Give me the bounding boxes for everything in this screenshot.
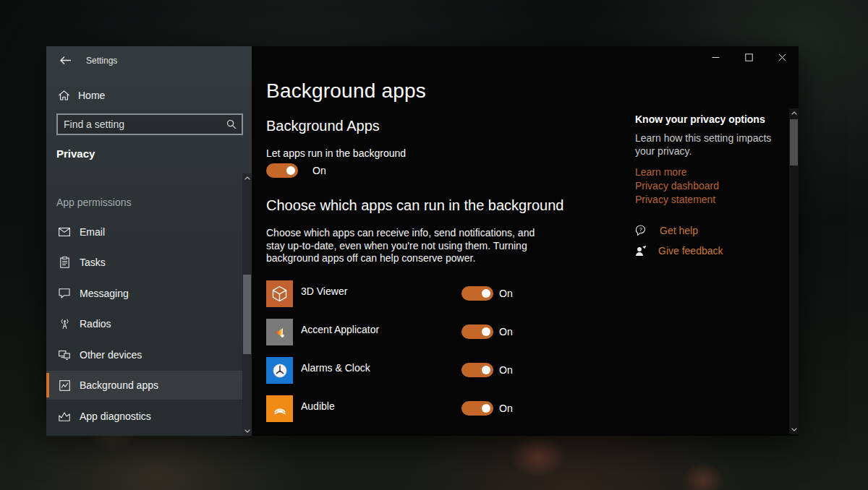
window-caption-buttons xyxy=(699,46,799,68)
3d-viewer-app-icon xyxy=(266,280,293,307)
master-toggle-label: Let apps run in the background xyxy=(266,147,406,159)
sidebar-item-home[interactable]: Home xyxy=(46,82,242,109)
give-feedback-row[interactable]: Give feedback xyxy=(635,245,723,257)
master-toggle[interactable] xyxy=(266,163,298,178)
privacy-options-heading: Know your privacy options xyxy=(635,113,784,125)
sidebar-item-label: Other devices xyxy=(80,349,142,361)
sidebar-item-radios[interactable]: Radios xyxy=(46,309,242,338)
app-toggle[interactable] xyxy=(461,324,493,339)
app-row: Alarms & Clock On xyxy=(266,357,541,386)
learn-more-link[interactable]: Learn more xyxy=(635,166,784,178)
background-apps-heading: Background Apps xyxy=(266,118,380,134)
sidebar-item-app-diagnostics[interactable]: App diagnostics xyxy=(46,402,242,431)
page-title: Background apps xyxy=(266,79,426,103)
app-name: Accent Applicator xyxy=(301,324,379,335)
sidebar-item-label: App diagnostics xyxy=(80,411,151,422)
master-toggle-row: On xyxy=(266,163,326,178)
sidebar-item-label: Background apps xyxy=(80,379,158,391)
scroll-up-icon[interactable] xyxy=(789,108,799,118)
app-toggle-state: On xyxy=(499,326,513,338)
get-help-icon: ? xyxy=(635,225,648,236)
radios-icon xyxy=(58,318,71,330)
close-button[interactable] xyxy=(765,46,799,68)
alarms-clock-app-icon xyxy=(266,357,293,384)
give-feedback-link[interactable]: Give feedback xyxy=(658,245,723,257)
app-name: 3D Viewer xyxy=(301,285,347,297)
svg-text:?: ? xyxy=(639,226,642,233)
sidebar: Settings Home Privacy App permissions xyxy=(46,46,252,436)
scroll-down-icon[interactable] xyxy=(789,425,799,434)
main-content: Background apps Background Apps Let apps… xyxy=(252,46,799,436)
toggle-knob xyxy=(482,327,490,336)
privacy-options-panel: Know your privacy options Learn how this… xyxy=(635,113,784,205)
maximize-icon xyxy=(745,53,753,61)
sidebar-item-label: Messaging xyxy=(80,288,129,299)
settings-window: Settings Home Privacy App permissions xyxy=(46,46,799,436)
window-title: Settings xyxy=(86,56,117,66)
sidebar-item-label: Radios xyxy=(80,318,111,330)
sidebar-item-background-apps[interactable]: Background apps xyxy=(46,371,242,400)
minimize-button[interactable] xyxy=(699,46,732,68)
privacy-dashboard-link[interactable]: Privacy dashboard xyxy=(635,180,784,192)
app-toggle[interactable] xyxy=(461,401,493,416)
scroll-up-icon[interactable] xyxy=(242,173,252,183)
app-toggle[interactable] xyxy=(461,363,493,377)
sidebar-item-label: Tasks xyxy=(80,257,106,268)
main-scrollbar-thumb[interactable] xyxy=(790,119,798,166)
maximize-button[interactable] xyxy=(732,46,765,68)
sidebar-item-email[interactable]: Email xyxy=(46,218,242,246)
email-icon xyxy=(58,228,71,236)
app-row: Audible On xyxy=(266,395,541,424)
home-icon xyxy=(58,90,70,101)
background-apps-icon xyxy=(58,380,71,391)
sidebar-group-label: App permissions xyxy=(56,197,132,208)
choose-apps-description: Choose which apps can receive info, send… xyxy=(266,227,554,265)
app-row: Accent Applicator On xyxy=(266,319,541,348)
get-help-row[interactable]: ? Get help xyxy=(635,225,698,236)
sidebar-section-title: Privacy xyxy=(56,147,95,160)
app-toggle-state: On xyxy=(499,364,513,376)
give-feedback-icon xyxy=(635,245,647,257)
audible-app-icon xyxy=(266,395,293,422)
sidebar-scrollbar-thumb[interactable] xyxy=(243,275,251,354)
app-toggle-state: On xyxy=(499,288,513,299)
accent-applicator-app-icon xyxy=(266,319,293,345)
app-toggle[interactable] xyxy=(461,286,493,301)
main-scrollbar[interactable] xyxy=(789,108,799,434)
app-toggle-state: On xyxy=(499,403,513,414)
messaging-icon xyxy=(58,288,71,298)
sidebar-item-messaging[interactable]: Messaging xyxy=(46,279,242,308)
sidebar-item-label: Email xyxy=(80,226,105,238)
master-toggle-state: On xyxy=(312,165,326,176)
close-icon xyxy=(778,53,786,61)
privacy-statement-link[interactable]: Privacy statement xyxy=(635,194,784,205)
get-help-link[interactable]: Get help xyxy=(660,225,698,236)
app-name: Audible xyxy=(301,400,335,412)
tasks-icon xyxy=(58,257,71,268)
search-input[interactable] xyxy=(58,119,226,130)
back-arrow-icon xyxy=(59,56,72,65)
desktop: { "colors": { "accent": "#c4682a", "link… xyxy=(0,0,868,490)
minimize-icon xyxy=(712,53,720,61)
search-icon[interactable] xyxy=(226,119,237,129)
toggle-knob xyxy=(482,366,490,374)
sidebar-scrollbar[interactable] xyxy=(242,173,252,436)
back-button[interactable] xyxy=(56,52,75,68)
sidebar-item-home-label: Home xyxy=(78,90,105,101)
app-diagnostics-icon xyxy=(58,412,71,421)
app-name: Alarms & Clock xyxy=(301,362,370,374)
other-devices-icon xyxy=(58,350,71,360)
privacy-options-description: Learn how this setting impacts your priv… xyxy=(635,132,784,158)
sidebar-item-tasks[interactable]: Tasks xyxy=(46,248,242,277)
sidebar-item-other-devices[interactable]: Other devices xyxy=(46,340,242,369)
search-box xyxy=(56,113,243,135)
toggle-knob xyxy=(482,404,490,413)
toggle-knob xyxy=(286,166,295,175)
scroll-down-icon[interactable] xyxy=(242,426,252,436)
choose-apps-heading: Choose which apps can run in the backgro… xyxy=(266,197,563,214)
app-row: 3D Viewer On xyxy=(266,280,541,309)
toggle-knob xyxy=(482,289,490,298)
